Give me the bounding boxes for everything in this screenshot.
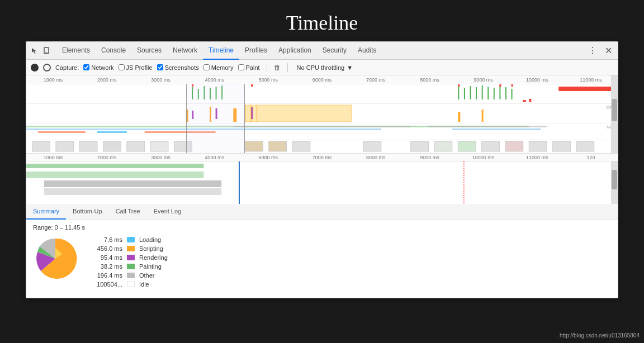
idle-label: Idle — [139, 281, 149, 288]
svg-rect-61 — [505, 141, 523, 151]
flame-label-1000: 1000 ms — [26, 154, 80, 161]
flame-scrollbar[interactable] — [611, 161, 618, 204]
svg-rect-55 — [292, 141, 310, 151]
tab-profiles[interactable]: Profiles — [239, 42, 273, 60]
loading-label: Loading — [139, 236, 161, 243]
screenshots-track — [26, 140, 618, 154]
other-label: Other — [139, 272, 155, 279]
cpu-throttle: No CPU throttling ▼ — [297, 64, 353, 71]
svg-rect-11 — [476, 87, 477, 99]
svg-rect-63 — [553, 141, 571, 151]
network-checkbox-item[interactable]: Network — [83, 64, 113, 71]
page-title: Timeline — [286, 11, 358, 35]
tab-bottom-up[interactable]: Bottom-Up — [66, 204, 109, 220]
flame-label-7000: 8000 ms — [349, 154, 402, 161]
time-label-3000: 3000 ms — [134, 75, 187, 84]
more-options-button[interactable]: ⋮ — [586, 45, 599, 56]
watermark: http://blog.csdn.net/u013165804 — [560, 332, 640, 339]
tab-security[interactable]: Security — [317, 42, 352, 60]
flame-scrollbar-thumb[interactable] — [612, 170, 617, 189]
svg-rect-43 — [233, 126, 410, 127]
capture-label: Capture: — [55, 64, 79, 71]
tab-elements[interactable]: Elements — [56, 42, 96, 60]
record-button[interactable] — [31, 64, 39, 72]
scrollbar-thumb[interactable] — [612, 99, 617, 121]
svg-rect-60 — [482, 141, 500, 151]
tab-audits[interactable]: Audits — [352, 42, 382, 60]
time-label-9000: 9000 ms — [457, 75, 510, 84]
flame-label-4000: 4000 ms — [188, 154, 242, 161]
tab-network[interactable]: Network — [167, 42, 203, 60]
screenshots-checkbox-item[interactable]: Screenshots — [157, 64, 199, 71]
time-label-5000: 5000 ms — [242, 75, 295, 84]
time-label-10000: 10000 ms — [510, 75, 564, 84]
tab-call-tree[interactable]: Call Tree — [109, 204, 147, 220]
svg-rect-10 — [470, 86, 471, 99]
network-checkbox[interactable] — [83, 64, 89, 70]
bottom-tabs: Summary Bottom-Up Call Tree Event Log — [26, 204, 618, 220]
flame-label-2000: 2000 ms — [80, 154, 134, 161]
tab-console[interactable]: Console — [96, 42, 131, 60]
timeline-tracks[interactable]: FPS — [26, 84, 618, 154]
tab-timeline[interactable]: Timeline — [203, 42, 239, 60]
clear-button[interactable] — [43, 64, 51, 72]
loading-color — [127, 237, 135, 242]
svg-rect-29 — [245, 105, 351, 122]
separator2 — [287, 63, 288, 72]
memory-checkbox[interactable] — [203, 64, 210, 70]
svg-rect-44 — [428, 126, 547, 127]
svg-rect-24 — [499, 84, 501, 87]
svg-rect-41 — [97, 131, 127, 133]
rendering-color — [127, 255, 135, 260]
toolbar-right: ⋮ ✕ — [586, 45, 614, 56]
svg-rect-47 — [56, 141, 74, 151]
scripting-label: Scripting — [139, 245, 163, 252]
pie-chart — [33, 236, 78, 281]
flame-label-5000: 6000 ms — [242, 154, 295, 161]
cpu-throttle-arrow: ▼ — [347, 64, 353, 71]
js-profile-checkbox-item[interactable]: JS Profile — [119, 64, 153, 71]
painting-value: 38.2 ms — [89, 263, 122, 270]
device-icon[interactable] — [42, 46, 52, 56]
js-profile-label: JS Profile — [126, 64, 153, 71]
paint-checkbox[interactable] — [238, 64, 244, 70]
svg-rect-64 — [576, 141, 594, 151]
flame-area: 1000 ms 2000 ms 3000 ms 4000 ms 6000 ms … — [26, 154, 618, 204]
tab-sources[interactable]: Sources — [131, 42, 167, 60]
svg-rect-8 — [458, 87, 459, 99]
legend-scripting: 456.0 ms Scripting — [89, 245, 168, 252]
flame-label-3000: 3000 ms — [134, 154, 187, 161]
svg-rect-48 — [79, 141, 97, 151]
summary-panel: Range: 0 – 11.45 s — [26, 220, 618, 298]
close-button[interactable]: ✕ — [603, 45, 614, 56]
cursor-icon[interactable] — [30, 46, 40, 56]
js-profile-checkbox[interactable] — [119, 64, 125, 70]
capture-bar: Capture: Network JS Profile Screenshots … — [26, 60, 618, 75]
tab-event-log[interactable]: Event Log — [147, 204, 188, 220]
svg-rect-14 — [494, 88, 495, 99]
timeline-scrollbar[interactable] — [611, 75, 618, 153]
rendering-label: Rendering — [139, 254, 168, 261]
trash-icon[interactable]: 🗑 — [274, 64, 281, 72]
time-label-11000: 11000 ms — [564, 75, 618, 84]
tab-summary[interactable]: Summary — [26, 204, 66, 220]
screenshots-checkbox[interactable] — [157, 64, 163, 70]
svg-rect-1 — [45, 53, 48, 53]
toolbar-icons — [30, 46, 52, 56]
timeline-labels: 1000 ms 2000 ms 3000 ms 4000 ms 5000 ms … — [26, 75, 618, 84]
svg-rect-45 — [452, 128, 541, 130]
painting-label: Painting — [139, 263, 162, 270]
summary-content: 7.6 ms Loading 456.0 ms Scripting 95.4 m… — [33, 236, 611, 288]
svg-rect-40 — [38, 131, 86, 133]
svg-rect-19 — [529, 99, 531, 102]
svg-rect-67 — [26, 172, 203, 178]
legend-loading: 7.6 ms Loading — [89, 236, 168, 243]
svg-rect-9 — [464, 88, 465, 99]
legend-painting: 38.2 ms Painting — [89, 263, 168, 270]
memory-label: Memory — [211, 64, 234, 71]
svg-rect-13 — [487, 87, 489, 99]
paint-checkbox-item[interactable]: Paint — [238, 64, 260, 71]
tab-application[interactable]: Application — [273, 42, 317, 60]
time-label-2000: 2000 ms — [80, 75, 134, 84]
memory-checkbox-item[interactable]: Memory — [203, 64, 234, 71]
